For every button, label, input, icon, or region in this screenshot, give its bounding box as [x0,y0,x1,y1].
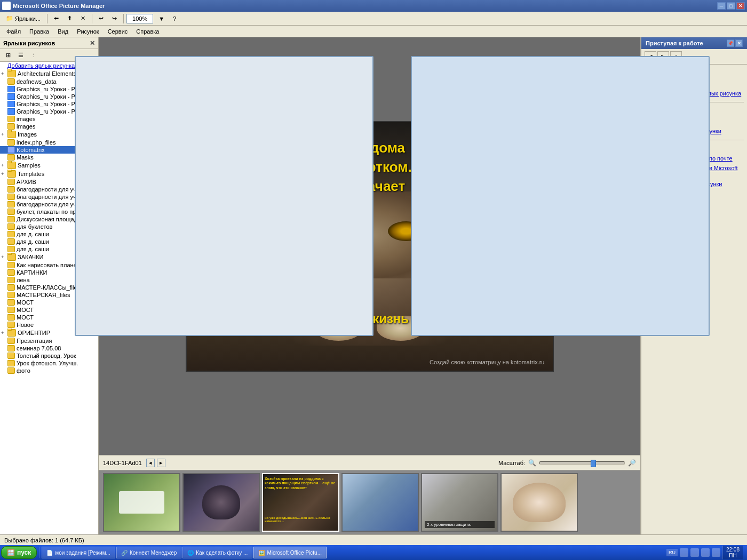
restore-button[interactable]: □ [727,2,735,10]
thumbnail-3[interactable]: Хозяйка приехала из роддома с каким-то п… [262,473,339,532]
menu-view[interactable]: Вид [53,27,73,36]
menu-file[interactable]: Файл [2,27,25,36]
tree-item-seminar[interactable]: семинар 7.05.08 [0,345,98,352]
bottom-strip: 14DCF1FAd01 ◄ ► Масштаб: 🔍 🔎 [99,455,640,534]
thumbnail-4[interactable] [341,473,419,532]
keyboard-indicator: RU [666,549,678,556]
tree-item-presentation[interactable]: Презентация [0,337,98,345]
left-panel-title: Ярлыки рисунков [3,40,55,46]
left-panel-close-btn[interactable]: ✕ [90,39,95,47]
tree-label-samples: Samples [18,162,41,169]
taskbar-item-icon-2: 🌐 [187,550,194,556]
taskbar-item-2[interactable]: 🌐 Как сделать фотку ... [182,547,252,558]
tree-label-9: index.php_files [17,139,55,146]
tree-label-2: Graphics_ru Уроки - Ph [17,86,78,92]
folder-icon-orientir [7,329,16,337]
folder-icon-thanks3 [7,201,15,207]
folder-icon-thanks1 [7,186,15,193]
right-panel-close-btn[interactable]: ✕ [735,39,743,47]
right-panel-pin-btn[interactable]: 📌 [727,39,734,47]
thumbnail-2[interactable] [182,473,260,532]
tree-label-thanks1: благодарности для уч. [17,186,78,193]
shortcuts-label: Ярлыки... [15,15,41,22]
image-watermark: Создай свою котоматрицу на kotomatrix.ru [430,359,544,365]
folder-icon-lena [7,277,15,283]
help-button[interactable]: ? [169,13,180,25]
tree-label-kotomatrix: Kotomatrix [17,147,45,153]
zoom-slider-thumb[interactable] [591,460,596,467]
toolbar-btn-delete[interactable]: ✕ [77,13,89,25]
menu-service[interactable]: Сервис [104,27,132,36]
tree-view-btn-3[interactable]: ⋮ [28,50,39,61]
tree-label-thanks2: благодарности для уч. [17,194,78,200]
tree-label-lena: лена [17,277,30,283]
tree-label-most1: МОСТ [17,299,34,306]
tree-item-photo[interactable]: фото [0,367,98,374]
tree-label-archive: АРХИВ [17,179,36,185]
folder-icon-master2 [7,292,15,298]
folder-icon-sasha1 [7,231,15,237]
taskbar-item-label-1: Коннект Менеджер [130,550,177,556]
taskbar-right: RU 22:08 ПН [666,546,746,559]
tray-icon-1 [680,548,688,557]
tree-view-btn-2[interactable]: ☰ [15,50,27,61]
folder-icon-pictures [7,269,15,276]
folder-icon-discussion [7,216,15,222]
thumbnail-5[interactable]: 2-х уровневая защита. [421,473,498,532]
tree-label-thick: Толстый провод. Урок [17,353,76,359]
zoom-out-icon: 🔍 [528,459,536,467]
taskbar-item-icon-3: 🖼️ [258,550,265,556]
nav-arrows: ◄ ► [146,459,165,467]
toolbar-btn-redo[interactable]: ↪ [108,13,121,25]
nav-prev-btn[interactable]: ◄ [146,459,155,467]
tree-item-thick[interactable]: Толстый провод. Урок [0,352,98,359]
folder-icon-zakachki [7,253,16,261]
toolbar-sep3 [123,14,124,23]
left-panel-header: Ярлыки рисунков ✕ [0,37,98,49]
folder-icon-novoe [7,322,15,328]
right-panel-header: Приступая к работе 📌 ✕ [641,37,747,49]
menu-help[interactable]: Справка [132,27,163,36]
tree-label-forbooks: для буклетов [17,223,52,230]
tree-view-btn-1[interactable]: ⊞ [2,50,14,61]
folder-icon-9 [7,139,15,146]
tree-item-lesson[interactable]: Урок фотошоп. Улучш. [0,359,98,367]
minimize-button[interactable]: ─ [717,2,726,10]
pic-icon-2 [7,86,15,92]
tree-label-master1: МАСТЕР-КЛАССы_files [17,284,80,291]
shortcuts-button[interactable]: 📁 Ярлыки... [2,13,44,25]
tree-label-8: Images [18,131,37,138]
title-bar-controls: ─ □ ✕ [717,2,745,10]
toolbar-btn-1[interactable]: ⬅ [50,13,62,25]
tree-label-discussion: Дискуссионая площад. [17,216,79,222]
main-container: Ярлыки рисунков ✕ ⊞ ☰ ⋮ Добавить ярлык р… [0,37,747,534]
folder-icon-6 [7,116,15,122]
folder-icon-7 [7,123,15,130]
tree-label-lesson: Урок фотошоп. Улучш. [17,360,78,366]
tree-label-templates: Templates [18,171,44,177]
zoom-dropdown-btn[interactable]: ▼ [155,13,168,25]
taskbar-item-1[interactable]: 🔗 Коннект Менеджер [116,547,181,558]
nav-next-btn[interactable]: ► [157,459,165,467]
folder-icon-sasha3 [7,246,15,252]
tree-label-masks: Masks [17,154,34,161]
tree-label-7: images [17,123,35,130]
toolbar-btn-2[interactable]: ⬆ [63,13,76,25]
taskbar: 🪟 пуск 📄 мои задания [Режим... 🔗 Коннект… [0,545,747,560]
start-button[interactable]: 🪟 пуск [1,546,37,559]
tree-label-0: Architectural Elements [18,70,76,77]
menu-edit[interactable]: Правка [25,27,53,36]
thumbnail-6[interactable] [500,473,578,532]
taskbar-item-0[interactable]: 📄 мои задания [Режим... [42,547,115,558]
folder-icon-most1 [7,299,15,306]
close-button[interactable]: ✕ [736,2,745,10]
zoom-control: ▼ [126,13,168,25]
tree-label-thanks3: благодарности для уч. [17,201,78,207]
zoom-input[interactable] [126,14,153,23]
toolbar-btn-undo[interactable]: ↩ [95,13,107,25]
tree-label-booklet: буклет, плакаты по пр. [17,209,77,215]
zoom-slider-track[interactable] [539,461,625,465]
menu-image[interactable]: Рисунок [73,27,104,36]
taskbar-item-3[interactable]: 🖼️ Microsoft Office Pictu... [253,547,327,558]
thumbnail-1[interactable] [103,473,180,532]
